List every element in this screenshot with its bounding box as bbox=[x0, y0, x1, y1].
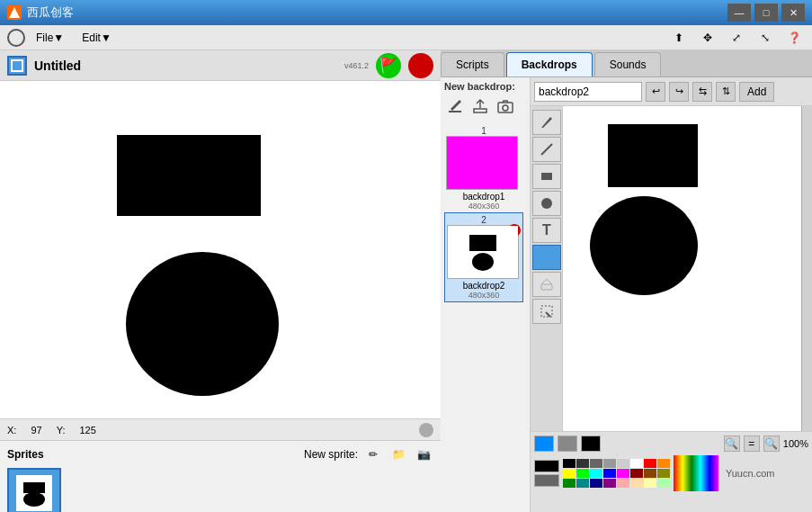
editor-rectangle bbox=[608, 124, 698, 187]
fill-tool[interactable] bbox=[532, 245, 561, 270]
color-cell[interactable] bbox=[563, 459, 576, 468]
backdrop-item-2[interactable]: ✕ 2 backdrop2 480x360 bbox=[444, 212, 523, 302]
fg-color[interactable] bbox=[534, 460, 559, 472]
tab-backdrops[interactable]: Backdrops bbox=[506, 52, 593, 76]
new-sprite-area: New sprite: ✏ 📁 📷 bbox=[304, 445, 433, 464]
expand-icon[interactable]: ⤢ bbox=[726, 27, 747, 49]
color-cell[interactable] bbox=[657, 469, 670, 478]
sprites-label: Sprites bbox=[7, 448, 44, 461]
svg-line-8 bbox=[541, 144, 552, 155]
secondary-color-swatch[interactable] bbox=[558, 436, 577, 452]
color-cell[interactable] bbox=[576, 469, 589, 478]
stage-title: Untitled bbox=[34, 58, 337, 73]
stop-button[interactable] bbox=[408, 53, 433, 78]
color-cell[interactable] bbox=[563, 469, 576, 478]
title-bar-left: 西瓜创客 bbox=[7, 4, 74, 21]
stage-header: Untitled v461.2 🚩 bbox=[0, 50, 441, 81]
paint-backdrop-button[interactable] bbox=[444, 95, 466, 117]
new-sprite-label: New sprite: bbox=[304, 448, 358, 461]
add-button[interactable]: Add bbox=[739, 82, 774, 102]
cursor-icon[interactable]: ✥ bbox=[697, 27, 718, 49]
editor-area: ↩ ↪ ⇆ ⇅ Add bbox=[531, 77, 812, 512]
color-cell[interactable] bbox=[576, 459, 589, 468]
text-tool[interactable]: T bbox=[532, 218, 561, 243]
backdrop-number-1: 1 bbox=[446, 126, 522, 136]
rect-tool[interactable] bbox=[532, 164, 561, 189]
editor-circle bbox=[590, 196, 698, 295]
upload-sprite-button[interactable]: 📁 bbox=[388, 445, 408, 464]
color-cell[interactable] bbox=[644, 479, 656, 488]
zoom-in-button[interactable]: 🔍 bbox=[763, 436, 780, 452]
color-cell[interactable] bbox=[603, 479, 616, 488]
edit-menu[interactable]: Edit▼ bbox=[75, 28, 119, 48]
fullscreen-icon[interactable]: ⤡ bbox=[754, 27, 776, 49]
sprites-header: Sprites New sprite: ✏ 📁 📷 bbox=[7, 445, 433, 464]
color-cell[interactable] bbox=[590, 469, 602, 478]
sprite-item[interactable] bbox=[7, 468, 61, 512]
color-cell[interactable] bbox=[603, 459, 616, 468]
zoom-equals-button[interactable]: = bbox=[744, 436, 760, 452]
window-controls: — □ ✕ bbox=[727, 4, 805, 22]
color-cell[interactable] bbox=[590, 459, 602, 468]
toolbar-right: ⬆ ✥ ⤢ ⤡ ❓ bbox=[668, 27, 805, 49]
tab-scripts[interactable]: Scripts bbox=[441, 52, 504, 76]
backdrop-size-1: 480x360 bbox=[446, 202, 522, 211]
flip-h-button[interactable]: ⇆ bbox=[692, 82, 712, 102]
color-cell[interactable] bbox=[603, 469, 616, 478]
version-label: v461.2 bbox=[344, 61, 369, 70]
language-icon[interactable] bbox=[7, 29, 25, 47]
color-cell[interactable] bbox=[590, 479, 602, 488]
primary-color-swatch[interactable] bbox=[534, 436, 554, 452]
tab-sounds[interactable]: Sounds bbox=[594, 52, 662, 76]
x-value: 97 bbox=[31, 425, 41, 436]
backdrop-preview-magenta bbox=[447, 137, 517, 189]
color-cell[interactable] bbox=[644, 469, 656, 478]
draw-sprite-button[interactable]: ✏ bbox=[363, 445, 383, 464]
flip-v-button[interactable]: ⇅ bbox=[716, 82, 736, 102]
help-icon[interactable]: ❓ bbox=[783, 27, 805, 49]
color-cell[interactable] bbox=[630, 479, 643, 488]
color-cell[interactable] bbox=[630, 469, 643, 478]
upload-icon[interactable]: ⬆ bbox=[668, 27, 690, 49]
tertiary-color-swatch[interactable] bbox=[581, 436, 601, 452]
upload-backdrop-button[interactable] bbox=[469, 95, 491, 117]
eraser-tool[interactable] bbox=[532, 272, 561, 297]
y-label: Y: bbox=[57, 425, 66, 436]
drawing-tools: T bbox=[531, 106, 563, 431]
bg-color[interactable] bbox=[534, 474, 559, 487]
backdrop-name-input[interactable] bbox=[534, 82, 642, 102]
line-tool[interactable] bbox=[532, 137, 561, 162]
color-cell[interactable] bbox=[617, 479, 629, 488]
color-cell[interactable] bbox=[563, 479, 576, 488]
color-cell[interactable] bbox=[630, 459, 643, 468]
color-cell[interactable] bbox=[657, 459, 670, 468]
maximize-button[interactable]: □ bbox=[754, 4, 778, 22]
green-flag-button[interactable]: 🚩 bbox=[376, 53, 401, 78]
pencil-tool[interactable] bbox=[532, 110, 561, 135]
backdrop-item-1[interactable]: 1 backdrop1 480x360 bbox=[444, 124, 523, 212]
scroll-handle[interactable] bbox=[419, 423, 433, 437]
color-cell[interactable] bbox=[576, 479, 589, 488]
canvas-scrollbar[interactable] bbox=[801, 106, 812, 431]
drawing-canvas[interactable] bbox=[563, 106, 801, 431]
close-button[interactable]: ✕ bbox=[781, 4, 805, 22]
camera-backdrop-button[interactable] bbox=[495, 95, 516, 117]
right-panel: Scripts Backdrops Sounds New backdrop: bbox=[441, 50, 812, 512]
zoom-out-button[interactable]: 🔍 bbox=[724, 436, 740, 452]
backdrop-list: New backdrop: 1 bbox=[441, 77, 531, 512]
color-cell[interactable] bbox=[617, 469, 629, 478]
circle-tool[interactable] bbox=[532, 191, 561, 216]
camera-sprite-button[interactable]: 📷 bbox=[414, 445, 433, 464]
color-cell[interactable] bbox=[644, 459, 656, 468]
active-colors bbox=[534, 460, 559, 487]
rainbow-picker[interactable] bbox=[674, 455, 718, 491]
select-tool[interactable] bbox=[532, 299, 561, 324]
undo-button[interactable]: ↩ bbox=[646, 82, 665, 102]
svg-point-10 bbox=[541, 198, 552, 209]
color-cell[interactable] bbox=[617, 459, 629, 468]
minimize-button[interactable]: — bbox=[727, 4, 751, 22]
canvas-editor: T bbox=[531, 106, 812, 431]
file-menu[interactable]: File▼ bbox=[29, 28, 71, 48]
color-cell[interactable] bbox=[657, 479, 670, 488]
redo-button[interactable]: ↪ bbox=[669, 82, 689, 102]
